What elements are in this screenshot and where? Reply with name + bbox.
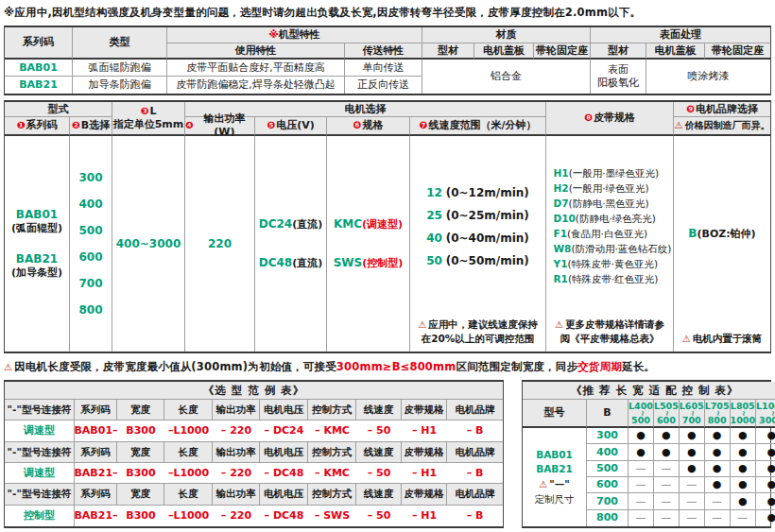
mx-mark: — (629, 477, 654, 493)
ex-value: –L1000 (164, 506, 213, 526)
sel-body-power: 220 (185, 136, 255, 352)
ex-value: – SWS (308, 506, 356, 526)
example-table: 《选 型 范 例 表》 "-"型号连接符 系列码 宽度 长度 输出功率 电机电压… (4, 380, 504, 528)
spec-surface-value: 表面 阳极氧化 (591, 60, 646, 94)
ex-value: – 50 (356, 506, 402, 526)
spec-header-surface: 表面处理 (591, 27, 770, 43)
mx-mark: — (654, 510, 680, 526)
ex-header: 系列码 (75, 400, 117, 420)
ex-value: – DC48 (260, 463, 308, 484)
mx-mark: — (629, 461, 654, 477)
mx-mark: ● (680, 428, 705, 444)
mx-mark: — (680, 477, 705, 493)
spec-use-bab01: 皮带平面贴合度好,平面精度高 (167, 60, 345, 77)
sel-col-voltage: ❺电压(V) (255, 117, 327, 136)
mx-mark: ● (756, 510, 775, 526)
mx-mark: ● (705, 428, 731, 444)
ex-value: – DC48 (260, 506, 308, 526)
range-icon: ~ (740, 410, 745, 417)
spec-table: 系列码 类型 ※机型特性 使用特性 传送特性 材质 型材 电机盖板 带轮固定座 … (4, 26, 771, 95)
ex-header: 宽度 (117, 442, 164, 463)
spec-material-value: 铝合金 (422, 60, 591, 94)
circled-8-icon: ❽ (584, 112, 593, 124)
ex-value: – H1 (402, 506, 447, 526)
ex-value: – B (447, 463, 503, 484)
mx-mark: ● (731, 444, 756, 460)
mx-b: 800 (587, 510, 629, 526)
ex-value: – B (447, 420, 503, 441)
spec-type-bab01: 弧面辊防跑偏 (73, 60, 167, 77)
brand-value: B(BOZ:铂仲) (688, 136, 755, 332)
ex-row-label: 控制型 (5, 506, 75, 526)
ex-header: 控制方式 (308, 442, 356, 463)
range-icon: ~ (715, 410, 719, 417)
mx-mark: ● (654, 428, 680, 444)
catalog-page: ※应用中,因机型结构强度及机身变型量的问题，选型时请勿超出负载及长宽,因皮带转弯… (0, 0, 775, 528)
reference-mark: ※ (268, 28, 279, 42)
mx-mark: — (731, 510, 756, 526)
width-limit-note: ⚠因电机长度受限，皮带宽度最小值从(300mm)为初始值，可接受300mm≥B≤… (4, 360, 771, 374)
ex-header: 电机电压 (260, 442, 308, 463)
ex-header: 长度 (164, 442, 213, 463)
mx-header-b: B (587, 400, 629, 428)
sel-col-speed: ❼线速度范围（米/分钟） (410, 117, 546, 136)
ex-value: BAB21– (75, 506, 117, 526)
sel-body-brand: B(BOZ:铂仲) ⚠电机内置于滚筒 (674, 136, 770, 352)
mx-mark: ● (731, 461, 756, 477)
spec-header-type: 类型 (73, 27, 167, 60)
ex-header: "-"型号连接符 (5, 400, 75, 420)
spec-header-cover-1: 电机盖板 (474, 43, 534, 60)
belt-list: H1(一般用·墨绿色亚光) H2(一般用·绿色亚光) D7(防静电·黑色亚光) … (548, 136, 672, 317)
mx-mark: ● (756, 444, 775, 460)
spec-header-pulley-2: 带轮固定座 (705, 43, 770, 60)
ex-value: BAB01– (75, 420, 117, 441)
mx-mark: ● (731, 493, 756, 509)
circled-5-icon: ❺ (267, 119, 275, 131)
ex-value: – 50 (356, 463, 402, 484)
ex-header: 长度 (164, 484, 213, 505)
ex-row-label: 调速型 (5, 420, 75, 441)
warning-icon: ⚠ (539, 479, 547, 489)
example-table-title: 《选 型 范 例 表》 (5, 382, 503, 400)
ex-value: – B (447, 506, 503, 526)
sel-col-series: ❶系列码 (5, 117, 70, 136)
ex-header: 皮带规格 (402, 484, 447, 505)
mx-mark: — (654, 477, 680, 493)
range-icon: ~ (638, 410, 643, 417)
circled-6-icon: ❻ (353, 119, 362, 131)
ex-value: – KMC (308, 420, 356, 441)
mx-header-l2: L505~600 (654, 400, 680, 428)
warning-icon: ⚠ (418, 319, 426, 330)
ex-header: "-"型号连接符 (5, 442, 75, 463)
mx-header-l3: L605~700 (680, 400, 705, 428)
ex-header: 控制方式 (308, 400, 356, 420)
ex-value: – H1 (402, 420, 447, 441)
ex-row-label: 调速型 (5, 463, 75, 484)
sel-col-power: ❹输出功率(W) (185, 117, 255, 136)
sel-col-b: ❷B选择 (70, 117, 112, 136)
ex-header: 电机品牌 (447, 400, 503, 420)
mx-mark: — (680, 493, 705, 509)
mx-mark: — (629, 510, 654, 526)
mx-mark: — (654, 461, 680, 477)
sel-col-brand-note: ⚠价格因制造厂而异。 (674, 117, 770, 136)
circled-9-icon: ❾ (686, 103, 695, 115)
ex-header: 宽度 (117, 484, 164, 505)
mx-mark: ● (731, 428, 756, 444)
circled-1-icon: ❶ (17, 119, 26, 131)
sel-body-speeds: 12 (0~12m/min) 25 (0~25m/min) 40 (0~40m/… (410, 136, 546, 352)
circled-3-icon: ❸ (141, 105, 149, 116)
ex-header: 皮带规格 (402, 400, 447, 420)
warning-icon: ⚠ (682, 334, 691, 344)
ex-header: 线速度 (356, 484, 402, 505)
mx-header-l1: L400~500 (629, 400, 654, 428)
sel-body-specs: KMC(调速型) SWS(控制型) (327, 136, 410, 352)
ex-value: – DC24 (260, 420, 308, 441)
range-icon: ~ (769, 410, 774, 417)
circled-2-icon: ❷ (72, 119, 80, 131)
ex-header: 电机电压 (260, 400, 308, 420)
mx-header-model: 型号 (523, 400, 587, 428)
ex-header: 电机品牌 (447, 442, 503, 463)
mx-mark: — (705, 493, 731, 509)
ex-header: 输出功率 (213, 442, 260, 463)
